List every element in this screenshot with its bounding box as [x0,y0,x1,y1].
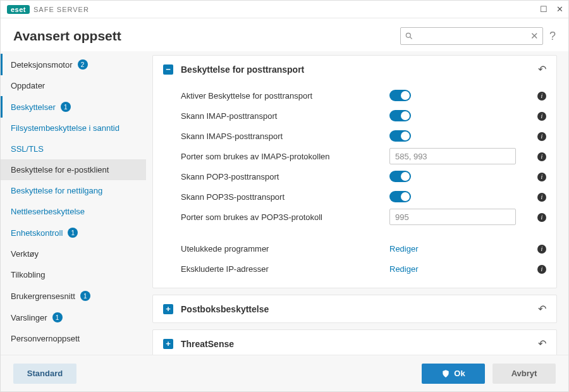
setting-row-enable: Aktiver Beskyttelse for posttransporti [181,85,546,106]
panel-threatsense-header[interactable]: + ThreatSense ↶ [153,330,556,355]
cancel-button[interactable]: Avbryt [493,364,556,384]
info-icon[interactable]: i [537,90,546,101]
info-icon[interactable]: i [537,212,546,222]
sidebar-item-label: Filsystembeskyttelse i sanntid [11,123,119,133]
setting-label: Aktiver Beskyttelse for posttransport [181,91,389,101]
sidebar-item-label: Varslinger [11,313,47,322]
sidebar-item-protect[interactable]: Beskyttelser1 [1,96,146,118]
sidebar-item-label: Enhetskontroll [11,228,63,238]
expand-icon: + [163,304,173,314]
sidebar-item-detection[interactable]: Deteksjonsmotor2 [1,54,146,75]
setting-row-pop3s_ports: Porter som brukes av POP3S-protokolli [181,207,546,227]
sidebar-badge: 1 [61,102,71,112]
panel-transport: − Beskyttelse for posttransport ↶ Aktive… [152,55,557,288]
panel-transport-header[interactable]: − Beskyttelse for posttransport ↶ [153,56,556,83]
sidebar-item-tools[interactable]: Verktøy [1,243,146,264]
titlebar: eset SAFE SERVER ☐ ✕ [1,1,568,18]
panel-mailbox-header[interactable]: + Postboksbeskyttelse ↶ [153,295,556,322]
panel-threatsense: + ThreatSense ↶ [152,329,557,355]
sidebar-item-label: Beskyttelser [11,102,56,112]
info-icon[interactable]: i [537,243,546,254]
sidebar-badge: 2 [78,59,88,70]
sidebar-item-label: Nettleserbeskyttelse [11,207,85,216]
sidebar-item-label: Oppdater [11,81,45,90]
toggle-pop3s[interactable] [389,191,411,202]
sidebar-badge: 1 [80,291,90,301]
window-close-icon[interactable]: ✕ [556,4,563,14]
setting-row-excl_ips: Ekskluderte IP-adresserRedigeri [181,259,546,279]
sidebar-item-privacy[interactable]: Personvernoppsett [1,328,146,349]
setting-label: Skann POP3-posttransport [181,172,389,181]
sidebar-badge: 1 [52,312,63,322]
sidebar: Deteksjonsmotor2OppdaterBeskyttelser1Fil… [1,51,146,355]
brand-badge: eset [7,5,30,14]
sidebar-item-label: Tilkobling [11,270,45,279]
toggle-imap[interactable] [389,110,411,121]
edit-link-excl_apps[interactable]: Rediger [389,244,419,254]
panel-mailbox-title: Postboksbeskyttelse [181,304,538,314]
setting-row-imaps: Skann IMAPS-posttransporti [181,126,546,146]
info-icon[interactable]: i [537,151,546,161]
header: Avansert oppsett ✕ ? [1,18,568,51]
search-clear-icon[interactable]: ✕ [530,30,539,42]
setting-row-imaps_ports: Porter som brukes av IMAPS-protokolleni [181,146,546,166]
help-icon[interactable]: ? [549,30,556,43]
sidebar-item-notif[interactable]: Varslinger1 [1,307,146,328]
svg-line-1 [410,37,412,39]
setting-row-imap: Skann IMAP-posttransporti [181,106,546,126]
sidebar-item-conn[interactable]: Tilkobling [1,264,146,285]
info-icon[interactable]: i [537,131,546,141]
edit-link-excl_ips[interactable]: Rediger [389,264,419,274]
collapse-icon: − [163,64,173,75]
sidebar-item-ui[interactable]: Brukergrensesnitt1 [1,285,146,307]
page-title: Avansert oppsett [13,28,121,44]
expand-icon: + [163,339,173,349]
search-field[interactable] [413,32,530,41]
sidebar-item-label: SSL/TLS [11,144,44,154]
toggle-pop3[interactable] [389,171,411,182]
setting-label: Skann IMAPS-posttransport [181,132,389,141]
input-imaps_ports[interactable] [389,148,516,164]
setting-label: Skann IMAP-posttransport [181,111,389,121]
default-button[interactable]: Standard [13,364,76,384]
info-icon[interactable]: i [537,171,546,181]
toggle-imaps[interactable] [389,130,411,142]
input-pop3s_ports[interactable] [389,209,516,225]
sidebar-item-label: Beskyttelse for nettilgang [11,186,102,195]
sidebar-item-ssl[interactable]: SSL/TLS [1,138,146,159]
sidebar-item-label: Verktøy [11,249,39,259]
setting-label: Utelukkede programmer [181,244,389,254]
setting-label: Porter som brukes av POP3S-protokoll [181,212,389,222]
sidebar-item-device[interactable]: Enhetskontroll1 [1,222,146,243]
toggle-enable[interactable] [389,90,411,101]
ok-button[interactable]: Ok [422,364,485,384]
window-maximize-icon[interactable]: ☐ [540,4,548,14]
reset-icon[interactable]: ↶ [538,303,546,315]
info-icon[interactable]: i [537,111,546,121]
sidebar-item-net[interactable]: Beskyttelse for nettilgang [1,180,146,201]
sidebar-item-updater[interactable]: Oppdater [1,75,146,96]
setting-label: Skann POP3S-posttransport [181,192,389,202]
shield-icon [441,369,450,378]
info-icon[interactable]: i [537,192,546,202]
footer: Standard Ok Avbryt [1,355,568,391]
panel-transport-title: Beskyttelse for posttransport [181,64,538,75]
sidebar-badge: 1 [68,228,78,238]
setting-row-pop3: Skann POP3-posttransporti [181,166,546,187]
sidebar-item-label: Brukergrensesnitt [11,291,75,301]
sidebar-item-browser[interactable]: Nettleserbeskyttelse [1,201,146,222]
search-input[interactable]: ✕ [400,27,543,45]
panel-mailbox: + Postboksbeskyttelse ↶ [152,295,557,323]
reset-icon[interactable]: ↶ [538,63,546,75]
product-name: SAFE SERVER [34,6,89,13]
panel-threatsense-title: ThreatSense [181,339,538,349]
setting-row-excl_apps: Utelukkede programmerRedigeri [181,238,546,259]
setting-row-pop3s: Skann POP3S-posttransporti [181,187,546,207]
sidebar-item-fs[interactable]: Filsystembeskyttelse i sanntid [1,118,146,138]
search-icon [405,32,413,40]
info-icon[interactable]: i [537,264,546,274]
sidebar-item-mail[interactable]: Beskyttelse for e-postklient [1,159,146,180]
content: − Beskyttelse for posttransport ↶ Aktive… [146,51,568,355]
reset-icon[interactable]: ↶ [538,338,546,350]
setting-label: Ekskluderte IP-adresser [181,264,389,274]
